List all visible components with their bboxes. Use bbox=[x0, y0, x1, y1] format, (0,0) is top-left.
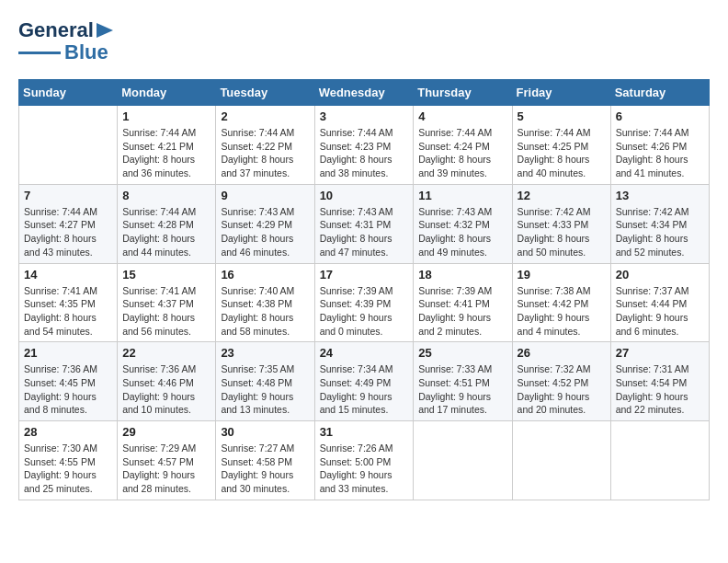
day-number: 29 bbox=[122, 425, 210, 439]
day-number: 16 bbox=[221, 268, 309, 282]
cell-content: Sunrise: 7:44 AMSunset: 4:24 PMDaylight:… bbox=[418, 126, 506, 180]
calendar-cell: 16Sunrise: 7:40 AMSunset: 4:38 PMDayligh… bbox=[216, 263, 314, 342]
calendar-cell: 12Sunrise: 7:42 AMSunset: 4:33 PMDayligh… bbox=[512, 184, 610, 263]
logo-underline bbox=[18, 52, 61, 54]
cell-content: Sunrise: 7:44 AMSunset: 4:23 PMDaylight:… bbox=[320, 126, 409, 180]
cell-content: Sunrise: 7:39 AMSunset: 4:41 PMDaylight:… bbox=[418, 284, 506, 339]
day-number: 4 bbox=[418, 109, 506, 123]
cell-content: Sunrise: 7:41 AMSunset: 4:35 PMDaylight:… bbox=[24, 284, 112, 339]
calendar-cell: 3Sunrise: 7:44 AMSunset: 4:23 PMDaylight… bbox=[314, 106, 414, 185]
cell-content: Sunrise: 7:35 AMSunset: 4:48 PMDaylight:… bbox=[221, 362, 309, 417]
cell-content: Sunrise: 7:44 AMSunset: 4:21 PMDaylight:… bbox=[122, 126, 210, 180]
cell-content: Sunrise: 7:41 AMSunset: 4:37 PMDaylight:… bbox=[122, 284, 210, 339]
day-number: 3 bbox=[320, 109, 409, 123]
day-number: 28 bbox=[24, 425, 112, 439]
calendar-cell: 19Sunrise: 7:38 AMSunset: 4:42 PMDayligh… bbox=[512, 263, 610, 342]
calendar-header-monday: Monday bbox=[118, 80, 216, 106]
calendar-cell: 1Sunrise: 7:44 AMSunset: 4:21 PMDaylight… bbox=[118, 106, 216, 185]
calendar-cell: 31Sunrise: 7:26 AMSunset: 5:00 PMDayligh… bbox=[314, 421, 414, 500]
calendar-header-row: SundayMondayTuesdayWednesdayThursdayFrid… bbox=[19, 80, 710, 106]
day-number: 31 bbox=[320, 425, 409, 439]
calendar-cell: 30Sunrise: 7:27 AMSunset: 4:58 PMDayligh… bbox=[216, 421, 314, 500]
cell-content: Sunrise: 7:42 AMSunset: 4:34 PMDaylight:… bbox=[616, 205, 704, 259]
day-number: 18 bbox=[418, 268, 506, 282]
calendar-cell: 18Sunrise: 7:39 AMSunset: 4:41 PMDayligh… bbox=[414, 263, 512, 342]
day-number: 7 bbox=[24, 189, 112, 202]
logo-arrow-icon bbox=[97, 22, 115, 39]
calendar-cell: 29Sunrise: 7:29 AMSunset: 4:57 PMDayligh… bbox=[118, 421, 216, 500]
cell-content: Sunrise: 7:44 AMSunset: 4:28 PMDaylight:… bbox=[122, 205, 210, 259]
calendar-cell: 26Sunrise: 7:32 AMSunset: 4:52 PMDayligh… bbox=[512, 342, 610, 421]
cell-content: Sunrise: 7:44 AMSunset: 4:27 PMDaylight:… bbox=[24, 205, 112, 259]
day-number: 9 bbox=[221, 189, 309, 202]
cell-content: Sunrise: 7:44 AMSunset: 4:26 PMDaylight:… bbox=[616, 126, 704, 180]
day-number: 5 bbox=[518, 109, 606, 123]
cell-content: Sunrise: 7:27 AMSunset: 4:58 PMDaylight:… bbox=[221, 442, 309, 496]
logo: General Blue bbox=[18, 18, 115, 64]
cell-content: Sunrise: 7:39 AMSunset: 4:39 PMDaylight:… bbox=[320, 284, 409, 339]
calendar-week-row: 28Sunrise: 7:30 AMSunset: 4:55 PMDayligh… bbox=[19, 421, 710, 500]
day-number: 24 bbox=[320, 346, 409, 360]
calendar-cell: 2Sunrise: 7:44 AMSunset: 4:22 PMDaylight… bbox=[216, 106, 314, 185]
cell-content: Sunrise: 7:26 AMSunset: 5:00 PMDaylight:… bbox=[320, 442, 409, 496]
day-number: 20 bbox=[616, 268, 704, 282]
calendar-cell bbox=[512, 421, 610, 500]
calendar-cell: 22Sunrise: 7:36 AMSunset: 4:46 PMDayligh… bbox=[118, 342, 216, 421]
calendar-cell: 14Sunrise: 7:41 AMSunset: 4:35 PMDayligh… bbox=[19, 263, 118, 342]
day-number: 14 bbox=[24, 268, 112, 282]
day-number: 21 bbox=[24, 346, 112, 360]
cell-content: Sunrise: 7:37 AMSunset: 4:44 PMDaylight:… bbox=[616, 284, 704, 339]
calendar-cell: 10Sunrise: 7:43 AMSunset: 4:31 PMDayligh… bbox=[314, 184, 414, 263]
day-number: 2 bbox=[221, 109, 309, 123]
cell-content: Sunrise: 7:32 AMSunset: 4:52 PMDaylight:… bbox=[518, 362, 606, 417]
calendar-cell: 6Sunrise: 7:44 AMSunset: 4:26 PMDaylight… bbox=[610, 106, 709, 185]
calendar-cell: 7Sunrise: 7:44 AMSunset: 4:27 PMDaylight… bbox=[19, 184, 118, 263]
day-number: 26 bbox=[518, 346, 606, 360]
cell-content: Sunrise: 7:43 AMSunset: 4:32 PMDaylight:… bbox=[418, 205, 506, 259]
day-number: 22 bbox=[122, 346, 210, 360]
day-number: 19 bbox=[518, 268, 606, 282]
day-number: 1 bbox=[122, 109, 210, 123]
calendar-cell: 15Sunrise: 7:41 AMSunset: 4:37 PMDayligh… bbox=[118, 263, 216, 342]
calendar-cell bbox=[414, 421, 512, 500]
calendar-header-saturday: Saturday bbox=[610, 80, 709, 106]
calendar-week-row: 14Sunrise: 7:41 AMSunset: 4:35 PMDayligh… bbox=[19, 263, 710, 342]
day-number: 27 bbox=[616, 346, 704, 360]
calendar-cell: 28Sunrise: 7:30 AMSunset: 4:55 PMDayligh… bbox=[19, 421, 118, 500]
calendar-cell: 25Sunrise: 7:33 AMSunset: 4:51 PMDayligh… bbox=[414, 342, 512, 421]
day-number: 15 bbox=[122, 268, 210, 282]
cell-content: Sunrise: 7:29 AMSunset: 4:57 PMDaylight:… bbox=[122, 442, 210, 496]
calendar-header-tuesday: Tuesday bbox=[216, 80, 314, 106]
logo-text-blue: Blue bbox=[64, 40, 108, 64]
calendar-header-friday: Friday bbox=[512, 80, 610, 106]
calendar-cell: 4Sunrise: 7:44 AMSunset: 4:24 PMDaylight… bbox=[414, 106, 512, 185]
calendar-week-row: 7Sunrise: 7:44 AMSunset: 4:27 PMDaylight… bbox=[19, 184, 710, 263]
calendar-cell: 23Sunrise: 7:35 AMSunset: 4:48 PMDayligh… bbox=[216, 342, 314, 421]
day-number: 11 bbox=[418, 189, 506, 202]
cell-content: Sunrise: 7:31 AMSunset: 4:54 PMDaylight:… bbox=[616, 362, 704, 417]
calendar-cell: 24Sunrise: 7:34 AMSunset: 4:49 PMDayligh… bbox=[314, 342, 414, 421]
calendar-cell bbox=[610, 421, 709, 500]
cell-content: Sunrise: 7:36 AMSunset: 4:46 PMDaylight:… bbox=[122, 362, 210, 417]
calendar-cell: 13Sunrise: 7:42 AMSunset: 4:34 PMDayligh… bbox=[610, 184, 709, 263]
cell-content: Sunrise: 7:40 AMSunset: 4:38 PMDaylight:… bbox=[221, 284, 309, 339]
calendar-header-sunday: Sunday bbox=[19, 80, 118, 106]
page-header: General Blue bbox=[18, 18, 710, 64]
calendar-cell: 8Sunrise: 7:44 AMSunset: 4:28 PMDaylight… bbox=[118, 184, 216, 263]
day-number: 13 bbox=[616, 189, 704, 202]
svg-marker-0 bbox=[97, 23, 113, 38]
day-number: 6 bbox=[616, 109, 704, 123]
day-number: 30 bbox=[221, 425, 309, 439]
calendar-cell: 21Sunrise: 7:36 AMSunset: 4:45 PMDayligh… bbox=[19, 342, 118, 421]
cell-content: Sunrise: 7:30 AMSunset: 4:55 PMDaylight:… bbox=[24, 442, 112, 496]
calendar-cell: 9Sunrise: 7:43 AMSunset: 4:29 PMDaylight… bbox=[216, 184, 314, 263]
day-number: 12 bbox=[518, 189, 606, 202]
calendar-header-thursday: Thursday bbox=[414, 80, 512, 106]
cell-content: Sunrise: 7:33 AMSunset: 4:51 PMDaylight:… bbox=[418, 362, 506, 417]
calendar-cell bbox=[19, 106, 118, 185]
cell-content: Sunrise: 7:44 AMSunset: 4:22 PMDaylight:… bbox=[221, 126, 309, 180]
logo-text-general: General bbox=[18, 18, 94, 42]
day-number: 23 bbox=[221, 346, 309, 360]
cell-content: Sunrise: 7:38 AMSunset: 4:42 PMDaylight:… bbox=[518, 284, 606, 339]
calendar-table: SundayMondayTuesdayWednesdayThursdayFrid… bbox=[18, 79, 710, 500]
